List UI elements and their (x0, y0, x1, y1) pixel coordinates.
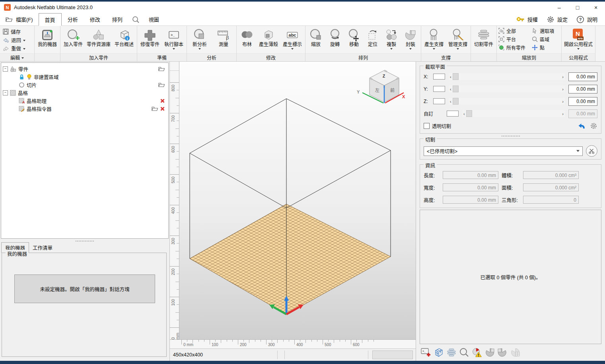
inspect-part-button[interactable] (459, 347, 470, 358)
create-shell-button[interactable]: 產生薄殼 (257, 27, 280, 47)
close-button[interactable]: × (587, 2, 605, 13)
transparent-cut-checkbox[interactable] (424, 123, 430, 129)
clip-z-checkbox[interactable] (433, 98, 445, 104)
tree-item-parts[interactable]: − 零件 (3, 65, 167, 73)
redo-button[interactable]: 重做 (0, 44, 34, 53)
group-label-edit[interactable]: 編輯 (0, 53, 34, 61)
maximize-button[interactable]: □ (568, 2, 587, 13)
rotate-button[interactable]: 旋轉 (326, 27, 344, 47)
tab-home[interactable]: 首頁 (39, 13, 62, 26)
new-analysis-button[interactable]: 新分析 (188, 27, 211, 50)
tab-arrange[interactable]: 排列 (106, 13, 128, 25)
settings-button[interactable]: 設定 (542, 13, 572, 25)
manage-support-caret[interactable] (457, 48, 459, 50)
clip-y-value[interactable]: 0.00 mm (568, 85, 597, 93)
lattice-cube-button[interactable] (433, 347, 444, 358)
clip-x-checkbox[interactable] (433, 74, 445, 80)
create-label-caret[interactable] (291, 48, 294, 50)
undo-button[interactable]: 退回 (0, 36, 34, 44)
view-cube[interactable]: 左 前 Z Y X (354, 67, 406, 109)
pack-caret[interactable] (409, 48, 412, 50)
slice-preview-button[interactable] (446, 347, 457, 358)
zoom-all-parts-button[interactable]: 所有零件 (498, 43, 532, 52)
clip-z-value[interactable]: 0.00 mm (568, 97, 597, 106)
clip-y-checkbox[interactable] (433, 86, 445, 92)
clip-y-slider[interactable]: ‹ › (449, 86, 565, 92)
license-button[interactable]: 授權 (512, 13, 542, 25)
open-utility-button[interactable]: NNFB 開啟公用程式 (563, 27, 594, 50)
create-support-caret[interactable] (433, 48, 435, 50)
lightbulb-icon[interactable] (27, 74, 32, 80)
open-utility-caret[interactable] (577, 48, 580, 50)
zoom-all-button[interactable]: 全部 (498, 27, 532, 35)
clip-z-slider[interactable]: ‹ › (449, 98, 565, 105)
part-library-button[interactable]: 零件資源庫 (86, 27, 112, 47)
tab-view[interactable]: 視圖 (143, 13, 165, 25)
delete-x-icon[interactable] (160, 106, 165, 111)
my-machines-button[interactable]: 我的機器 (36, 27, 59, 47)
tab-analysis[interactable]: 分析 (62, 13, 84, 25)
reset-undo-icon[interactable] (578, 123, 586, 129)
cut-select[interactable]: <已停用切割> (424, 146, 583, 156)
clip-custom-checkbox[interactable] (447, 111, 459, 117)
zoom-region-button[interactable]: 區域 (532, 35, 560, 43)
file-menu-button[interactable]: 檔案(F) (0, 13, 39, 25)
platform-overview-button[interactable]: i 平台概述 (113, 27, 136, 47)
tree-item-slices[interactable]: 切片 (3, 81, 167, 89)
position-button[interactable]: 定位 (364, 27, 381, 47)
manage-support-button[interactable]: 管理支撐 (446, 27, 469, 50)
run-script-button[interactable]: >_ 執行腳本 (162, 27, 185, 50)
analysis-warning-button[interactable] (471, 347, 482, 358)
pack-button[interactable]: 封裝 (401, 27, 420, 50)
no-machine-configured-button[interactable]: 未設定機器。開啟「我的機器」對話方塊 (14, 274, 155, 303)
zoom-selection-button[interactable]: 選取項 (532, 27, 560, 35)
zoom-point-button[interactable]: 點 (532, 43, 560, 52)
save-button[interactable]: 儲存 (0, 27, 34, 36)
clip-x-slider[interactable]: ‹ › (449, 73, 565, 80)
tree-item-lattice-commander[interactable]: 晶格指令器 (3, 105, 167, 113)
duplicate-caret[interactable] (390, 48, 393, 50)
rotate-left-button[interactable] (484, 347, 495, 358)
slider-thumb[interactable] (466, 110, 472, 117)
new-cut-button[interactable] (586, 145, 597, 157)
repair-part-button[interactable]: 修復零件 (138, 27, 161, 47)
slider-thumb[interactable] (453, 86, 459, 92)
run-script-caret[interactable] (173, 48, 175, 50)
zoom-platform-button[interactable]: 平台 (498, 35, 532, 43)
platform-rotate-button[interactable] (510, 347, 521, 358)
create-support-button[interactable]: 產生支撐 (422, 27, 445, 50)
open-folder-icon[interactable] (158, 66, 165, 72)
create-label-button[interactable]: abc 產生標示 (281, 27, 304, 50)
tree-item-no-build-zone[interactable]: 非建置區域 (3, 73, 167, 81)
expander-icon[interactable]: − (3, 90, 8, 95)
cut-parts-button[interactable]: 切割零件 (472, 27, 495, 47)
rotate-right-button[interactable] (497, 347, 508, 358)
scene-3d[interactable]: 8007006005004003002001000 mm (170, 62, 416, 339)
minimize-button[interactable]: – (550, 2, 568, 13)
script-add-button[interactable]: >_ (420, 347, 432, 358)
slider-thumb[interactable] (453, 98, 459, 105)
clip-settings-gear-icon[interactable] (590, 122, 597, 130)
clip-custom-slider[interactable]: ‹ › (462, 110, 565, 117)
help-button[interactable]: ? 說明 (572, 13, 602, 25)
open-folder-icon[interactable] (158, 82, 165, 88)
tab-worklist[interactable]: 工作清單 (29, 243, 56, 253)
clip-x-value[interactable]: 0.00 mm (568, 72, 597, 81)
new-analysis-caret[interactable] (198, 48, 201, 50)
measure-button[interactable]: β 測量 (212, 27, 235, 47)
move-button[interactable]: 移動 (345, 27, 363, 47)
expander-icon[interactable]: − (3, 66, 8, 72)
tree-item-lattice[interactable]: − 晶格 (3, 89, 167, 97)
search-button[interactable] (128, 13, 143, 25)
slider-thumb[interactable] (453, 73, 459, 80)
tab-modify[interactable]: 修改 (84, 13, 106, 25)
right-splitter[interactable] (420, 134, 601, 138)
undo-dropdown-caret[interactable] (23, 40, 25, 41)
tree-item-lattice-assistant[interactable]: A 晶格助理 (3, 97, 167, 105)
redo-dropdown-caret[interactable] (23, 48, 25, 50)
boolean-button[interactable]: 布林 (238, 27, 256, 47)
duplicate-button[interactable]: 複製 (382, 27, 401, 50)
add-part-button[interactable]: 加入零件 (62, 27, 85, 47)
delete-x-icon[interactable] (160, 98, 165, 103)
scale-button[interactable]: 縮放 (307, 27, 325, 47)
